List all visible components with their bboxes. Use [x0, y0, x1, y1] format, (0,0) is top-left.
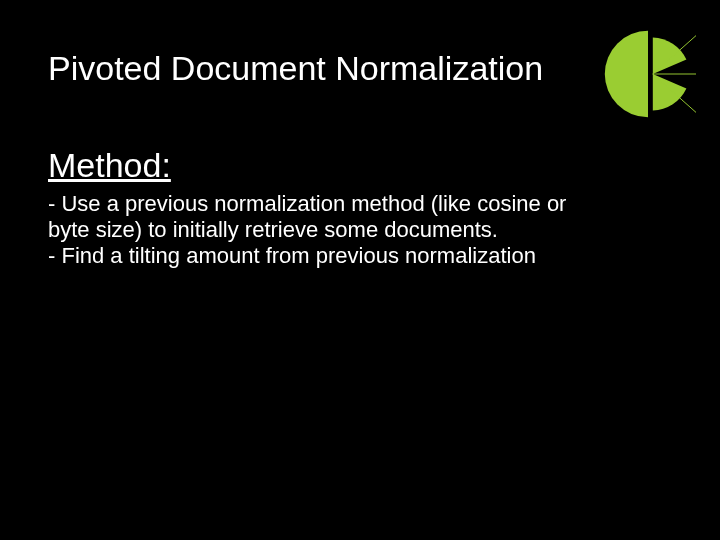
logo-graphic — [600, 26, 696, 122]
body-text: - Use a previous normalization method (l… — [48, 191, 608, 269]
slide: Pivoted Document Normalization Method: -… — [0, 0, 720, 540]
slide-title: Pivoted Document Normalization — [48, 50, 672, 87]
section-heading: Method: — [48, 147, 672, 184]
